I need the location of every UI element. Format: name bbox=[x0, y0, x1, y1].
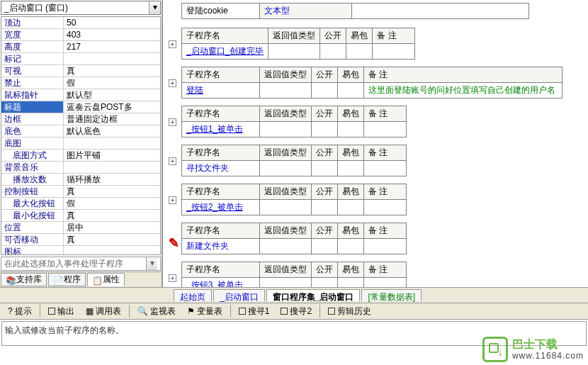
variable-row: 登陆cookie 文本型 bbox=[181, 3, 529, 19]
property-value[interactable]: 默认底色 bbox=[64, 125, 160, 137]
watermark-title: 巴士下载 bbox=[512, 337, 584, 351]
property-row[interactable]: 底图 bbox=[1, 137, 160, 150]
column-header: 备 注 bbox=[364, 145, 407, 161]
property-row[interactable]: 最大化按钮假 bbox=[1, 198, 160, 210]
chevron-down-icon[interactable]: ▾ bbox=[149, 1, 160, 14]
property-row[interactable]: 边框普通固定边框 bbox=[1, 113, 160, 125]
calltable-button[interactable]: ▦调用表 bbox=[81, 303, 126, 320]
expand-icon[interactable]: + bbox=[169, 274, 176, 282]
subroutine-name[interactable]: _启动窗口_创建完毕 bbox=[186, 46, 264, 56]
property-value[interactable]: 默认型 bbox=[64, 89, 160, 101]
subroutine-table: 子程序名返回值类型公开易包备 注_按钮1_被单击 bbox=[181, 106, 407, 137]
chevron-down-icon[interactable]: ▾ bbox=[146, 257, 157, 270]
tab-properties[interactable]: 📋属性 bbox=[87, 273, 125, 286]
vartable-button[interactable]: ⚑变量表 bbox=[182, 303, 227, 320]
property-value[interactable]: 真 bbox=[64, 210, 160, 221]
property-value[interactable] bbox=[64, 53, 160, 64]
expand-icon[interactable]: + bbox=[169, 40, 176, 48]
property-value[interactable]: 217 bbox=[64, 41, 160, 52]
search2-button[interactable]: 搜寻2 bbox=[276, 303, 317, 320]
property-value[interactable]: 蓝奏云盘POST多 bbox=[64, 101, 160, 113]
property-row[interactable]: 顶边50 bbox=[1, 17, 160, 29]
property-row[interactable]: 图标 bbox=[1, 246, 160, 255]
subroutine-name[interactable]: _按钮3_被单击 bbox=[186, 280, 243, 287]
property-value[interactable] bbox=[64, 246, 160, 255]
property-row[interactable]: 底色默认底色 bbox=[1, 125, 160, 137]
property-row[interactable]: 播放次数循环播放 bbox=[1, 174, 160, 186]
property-value[interactable]: 真 bbox=[64, 65, 160, 77]
subroutine-name-cell[interactable]: 新建文件夹 bbox=[182, 239, 260, 254]
property-value[interactable]: 居中 bbox=[64, 222, 160, 233]
subroutine-name[interactable]: _按钮2_被单击 bbox=[186, 202, 243, 212]
tab-window-procedures[interactable]: 窗口程序集_启动窗口 bbox=[266, 289, 361, 301]
property-value[interactable]: 假 bbox=[64, 77, 160, 89]
column-header: 子程序名 bbox=[182, 262, 260, 278]
object-selector[interactable]: _启动窗口 (窗口) ▾ bbox=[1, 1, 161, 15]
tip-button[interactable]: ?提示 bbox=[3, 303, 37, 320]
subroutine-name-cell[interactable]: _按钮2_被单击 bbox=[182, 200, 260, 215]
code-icon: 📄 bbox=[53, 276, 62, 284]
subroutine-name-cell[interactable]: _按钮1_被单击 bbox=[182, 122, 260, 137]
expand-icon[interactable]: + bbox=[169, 79, 176, 87]
property-row[interactable]: 可否移动真 bbox=[1, 234, 160, 246]
property-value[interactable]: 循环播放 bbox=[64, 174, 160, 185]
property-value[interactable]: 50 bbox=[64, 17, 160, 28]
code-editor[interactable]: 登陆cookie 文本型 +子程序名返回值类型公开易包备 注_启动窗口_创建完毕… bbox=[163, 0, 588, 287]
subroutine-block: +子程序名返回值类型公开易包备 注登陆这里面登陆账号的问好位置填写自己创建的用户… bbox=[181, 67, 584, 99]
expand-icon[interactable]: + bbox=[169, 157, 176, 165]
subroutine-name-cell[interactable]: _按钮3_被单击 bbox=[182, 278, 260, 288]
expand-icon[interactable]: + bbox=[169, 196, 176, 204]
property-row[interactable]: 禁止假 bbox=[1, 77, 160, 89]
output-button[interactable]: 输出 bbox=[43, 303, 79, 320]
column-header: 易包 bbox=[346, 28, 373, 44]
property-value[interactable]: 普通固定边框 bbox=[64, 113, 160, 125]
property-row[interactable]: 底图方式图片平铺 bbox=[1, 150, 160, 162]
subroutine-name-cell[interactable]: _启动窗口_创建完毕 bbox=[182, 44, 268, 60]
property-label: 控制按钮 bbox=[1, 186, 64, 197]
subroutine-name[interactable]: 新建文件夹 bbox=[186, 241, 229, 251]
property-row[interactable]: 可视真 bbox=[1, 65, 160, 77]
property-label: 标题 bbox=[1, 101, 64, 113]
var-type[interactable]: 文本型 bbox=[260, 4, 352, 19]
property-label: 最大化按钮 bbox=[1, 198, 64, 209]
cliphistory-button[interactable]: 剪辑历史 bbox=[323, 303, 376, 320]
search1-button[interactable]: 搜寻1 bbox=[234, 303, 275, 320]
subroutine-note[interactable]: 这里面登陆账号的问好位置填写自己创建的用户名 bbox=[364, 83, 562, 99]
subroutine-name-cell[interactable]: 登陆 bbox=[182, 83, 260, 99]
subroutine-name-cell[interactable]: 寻找文件夹 bbox=[182, 161, 260, 176]
tab-support-lib[interactable]: 📚支持库 bbox=[1, 273, 47, 286]
column-header: 返回值类型 bbox=[268, 28, 320, 44]
property-row[interactable]: 位置居中 bbox=[1, 222, 160, 234]
expand-icon[interactable]: + bbox=[169, 118, 176, 126]
tab-constants[interactable]: [常量数据表] bbox=[361, 289, 422, 301]
property-value[interactable]: 图片平铺 bbox=[64, 150, 160, 161]
property-row[interactable]: 最小化按钮真 bbox=[1, 210, 160, 222]
edit-marker-icon[interactable]: ✎ bbox=[169, 235, 179, 251]
property-value[interactable] bbox=[64, 162, 160, 173]
object-selector-text: _启动窗口 (窗口) bbox=[1, 1, 149, 16]
property-value[interactable]: 403 bbox=[64, 29, 160, 40]
property-value[interactable]: 真 bbox=[64, 234, 160, 245]
property-row[interactable]: 控制按钮真 bbox=[1, 186, 160, 198]
watch-button[interactable]: 🔍监视表 bbox=[132, 303, 181, 320]
property-row[interactable]: 背景音乐 bbox=[1, 162, 160, 174]
property-row[interactable]: 宽度403 bbox=[1, 29, 160, 41]
property-value[interactable]: 假 bbox=[64, 198, 160, 209]
property-grid[interactable]: 顶边50宽度403高度217标记可视真禁止假鼠标指针默认型标题蓝奏云盘POST多… bbox=[1, 16, 161, 255]
property-row[interactable]: 标记 bbox=[1, 53, 160, 65]
property-row[interactable]: 高度217 bbox=[1, 41, 160, 53]
property-value[interactable]: 真 bbox=[64, 186, 160, 197]
tab-start-page[interactable]: 起始页 bbox=[174, 289, 212, 301]
property-row[interactable]: 标题蓝奏云盘POST多 bbox=[1, 101, 160, 113]
var-name[interactable]: 登陆cookie bbox=[182, 4, 260, 19]
subroutine-name[interactable]: _按钮1_被单击 bbox=[186, 124, 243, 134]
subroutine-name[interactable]: 登陆 bbox=[186, 85, 203, 95]
tab-startup-window[interactable]: _启动窗口 bbox=[213, 289, 265, 301]
property-label: 播放次数 bbox=[1, 174, 64, 185]
property-row[interactable]: 鼠标指针默认型 bbox=[1, 89, 160, 101]
property-value[interactable] bbox=[64, 137, 160, 149]
tab-program[interactable]: 📄程序 bbox=[48, 273, 86, 286]
subroutine-block: +子程序名返回值类型公开易包备 注_按钮3_被单击 bbox=[181, 262, 584, 287]
subroutine-name[interactable]: 寻找文件夹 bbox=[186, 163, 229, 173]
event-selector[interactable]: 在此处选择加入事件处理子程序 ▾ bbox=[1, 257, 161, 271]
